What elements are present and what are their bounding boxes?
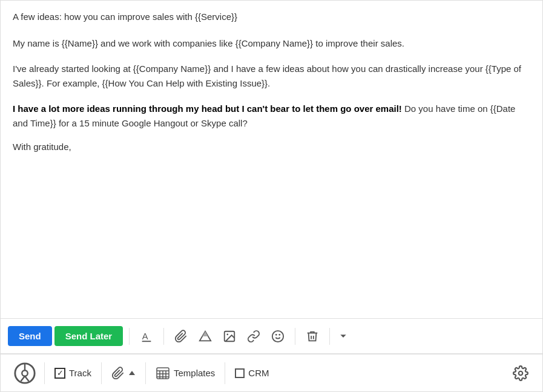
settings-button[interactable] — [508, 361, 533, 385]
svg-point-6 — [272, 330, 283, 341]
paragraph-1: My name is {{Name}} and we work with com… — [13, 36, 530, 51]
paragraph-2: I've already started looking at {{Compan… — [13, 62, 530, 91]
toolbar-divider-2 — [163, 328, 164, 345]
templates-button[interactable]: Templates — [151, 362, 220, 384]
bottom-bar: ✓ Track — [1, 354, 542, 391]
check-icon: ✓ — [54, 368, 65, 379]
track-label: Track — [69, 368, 91, 378]
toolbar-divider-4 — [329, 328, 330, 345]
crm-button[interactable]: CRM — [230, 364, 274, 382]
attach-button[interactable] — [107, 363, 140, 384]
email-body: A few ideas: how you can improve sales w… — [1, 1, 542, 319]
toolbar: Send Send Later A — [1, 319, 542, 354]
email-composer: A few ideas: how you can improve sales w… — [0, 0, 543, 392]
svg-point-5 — [227, 333, 229, 335]
bottom-sep-4 — [225, 362, 225, 384]
signature: With gratitude, — [13, 142, 530, 152]
bottom-sep-2 — [101, 362, 102, 384]
toolbar-divider-1 — [129, 328, 130, 345]
svg-line-13 — [21, 376, 25, 381]
svg-point-23 — [519, 371, 523, 375]
image-icon[interactable] — [219, 325, 240, 347]
crm-label: CRM — [248, 368, 269, 378]
svg-line-14 — [25, 376, 29, 381]
drive-icon[interactable] — [194, 325, 216, 347]
format-text-icon[interactable]: A — [136, 325, 157, 347]
bottom-sep-1 — [44, 362, 45, 384]
track-button[interactable]: ✓ Track — [50, 364, 96, 382]
svg-rect-1 — [142, 341, 151, 342]
crm-checkbox — [235, 368, 245, 378]
subject-line: A few ideas: how you can improve sales w… — [13, 10, 530, 24]
svg-point-11 — [22, 370, 28, 376]
more-options-icon[interactable] — [336, 325, 350, 347]
svg-marker-15 — [129, 371, 135, 375]
crm-icon-button[interactable] — [10, 359, 39, 388]
toolbar-divider-3 — [295, 328, 295, 345]
paragraph-3: I have a lot more ideas running through … — [13, 102, 530, 131]
svg-marker-9 — [341, 335, 346, 338]
attach-icon[interactable] — [170, 325, 192, 347]
svg-text:A: A — [142, 331, 148, 341]
trash-icon[interactable] — [301, 325, 323, 347]
bottom-sep-3 — [145, 362, 146, 384]
emoji-icon[interactable] — [267, 325, 289, 347]
link-icon[interactable] — [243, 325, 265, 347]
send-later-button[interactable]: Send Later — [54, 326, 123, 346]
send-button[interactable]: Send — [8, 326, 52, 346]
templates-label: Templates — [174, 368, 215, 378]
